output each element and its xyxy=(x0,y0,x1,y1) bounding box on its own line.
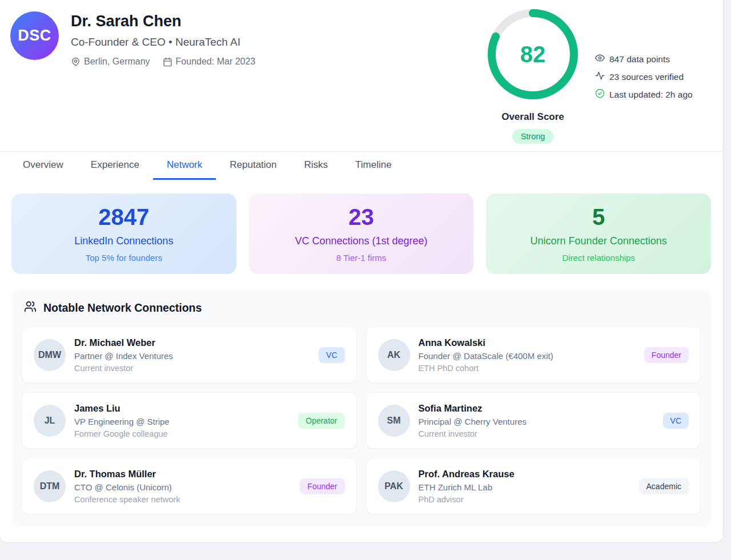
map-pin-icon xyxy=(71,57,81,67)
connection-title: VP Engineering @ Stripe xyxy=(74,417,170,426)
tab-overview[interactable]: Overview xyxy=(9,152,77,180)
connection-relationship: Current investor xyxy=(419,429,527,438)
identity-block: DSC Dr. Sarah Chen Co-Founder & CEO • Ne… xyxy=(10,11,487,67)
metric-value: 23 xyxy=(348,206,374,228)
profile-subtitle: Co-Founder & CEO • NeuraTech AI xyxy=(71,36,255,49)
connection-text: Anna Kowalski Founder @ DataScale (€400M… xyxy=(419,337,553,373)
tab-timeline[interactable]: Timeline xyxy=(342,152,405,180)
overall-score-block: 82 Overall Score Strong xyxy=(487,9,579,144)
connection-text: Prof. Andreas Krause ETH Zurich ML Lab P… xyxy=(419,469,515,504)
connection-name: Anna Kowalski xyxy=(419,337,553,348)
connection-relationship: Former Google colleague xyxy=(74,429,170,438)
connection-card[interactable]: DMW Dr. Michael Weber Partner @ Index Ve… xyxy=(22,327,357,383)
connection-card[interactable]: DTM Dr. Thomas Müller CTO @ Celonis (Uni… xyxy=(22,458,357,514)
users-icon xyxy=(24,300,37,315)
connection-name: Dr. Michael Weber xyxy=(74,337,173,348)
metric-label: Unicorn Founder Connections xyxy=(531,235,667,247)
score-gauge: 82 xyxy=(487,9,579,100)
connection-relationship: ETH PhD cohort xyxy=(419,364,553,373)
activity-icon xyxy=(595,71,605,83)
metric-label: VC Connections (1st degree) xyxy=(295,235,427,247)
section-title: Notable Network Connections xyxy=(43,301,202,315)
metric-card-unicorn: 5 Unicorn Founder Connections Direct rel… xyxy=(486,194,711,274)
network-tab-content: 2847 LinkedIn Connections Top 5% for fou… xyxy=(0,180,723,527)
metric-sublabel: 8 Tier-1 firms xyxy=(336,253,387,263)
avatar: PAK xyxy=(378,470,410,502)
stat-text: 847 data points xyxy=(609,54,670,65)
stat-text: 23 sources verified xyxy=(609,72,684,82)
connection-title: ETH Zurich ML Lab xyxy=(419,482,515,492)
connection-title: CTO @ Celonis (Unicorn) xyxy=(74,482,180,492)
stat-last-updated: Last updated: 2h ago xyxy=(595,88,709,100)
connection-type-badge: Founder xyxy=(644,347,689,363)
score-value: 82 xyxy=(487,9,579,100)
notable-connections-panel: Notable Network Connections DMW Dr. Mich… xyxy=(11,289,711,527)
connections-grid: DMW Dr. Michael Weber Partner @ Index Ve… xyxy=(22,327,701,514)
connection-relationship: Conference speaker network xyxy=(74,495,180,504)
page-title: Dr. Sarah Chen xyxy=(71,13,255,30)
avatar: AK xyxy=(378,339,410,371)
connection-type-badge: Academic xyxy=(639,478,689,494)
panel-title-row: Notable Network Connections xyxy=(22,300,701,315)
profile-header: DSC Dr. Sarah Chen Co-Founder & CEO • Ne… xyxy=(0,0,723,151)
connection-card[interactable]: AK Anna Kowalski Founder @ DataScale (€4… xyxy=(366,327,701,383)
connection-title: Founder @ DataScale (€400M exit) xyxy=(419,351,553,361)
metric-sublabel: Top 5% for founders xyxy=(86,253,162,263)
tab-network[interactable]: Network xyxy=(153,152,216,180)
connection-title: Partner @ Index Ventures xyxy=(74,351,173,361)
location-text: Berlin, Germany xyxy=(84,57,150,67)
identity-text: Dr. Sarah Chen Co-Founder & CEO • NeuraT… xyxy=(71,11,255,67)
connection-card[interactable]: PAK Prof. Andreas Krause ETH Zurich ML L… xyxy=(366,458,701,514)
connection-text: James Liu VP Engineering @ Stripe Former… xyxy=(74,403,170,438)
metric-card-linkedin: 2847 LinkedIn Connections Top 5% for fou… xyxy=(11,194,236,274)
connection-type-badge: Operator xyxy=(298,413,344,429)
connection-text: Dr. Michael Weber Partner @ Index Ventur… xyxy=(74,337,173,373)
connection-type-badge: Founder xyxy=(300,478,344,494)
metric-value: 2847 xyxy=(98,206,149,228)
avatar: JL xyxy=(34,405,66,437)
check-circle-icon xyxy=(595,88,605,100)
calendar-icon xyxy=(163,57,172,67)
eye-icon xyxy=(595,53,605,65)
score-label: Overall Score xyxy=(501,111,564,123)
connection-text: Sofia Martinez Principal @ Cherry Ventur… xyxy=(419,403,527,438)
stat-text: Last updated: 2h ago xyxy=(609,90,693,100)
score-status-badge: Strong xyxy=(512,129,554,144)
tab-experience[interactable]: Experience xyxy=(77,152,153,180)
connection-type-badge: VC xyxy=(319,347,344,363)
connection-card[interactable]: JL James Liu VP Engineering @ Stripe For… xyxy=(22,392,357,449)
avatar: DSC xyxy=(10,11,59,60)
tab-risks[interactable]: Risks xyxy=(291,152,342,180)
connection-name: Prof. Andreas Krause xyxy=(419,469,515,480)
connection-relationship: PhD advisor xyxy=(419,495,515,504)
tab-reputation[interactable]: Reputation xyxy=(216,152,290,180)
stat-sources-verified: 23 sources verified xyxy=(595,71,709,83)
avatar: DMW xyxy=(34,339,66,371)
connection-text: Dr. Thomas Müller CTO @ Celonis (Unicorn… xyxy=(74,469,180,504)
connection-relationship: Current investor xyxy=(74,364,173,373)
location-item: Berlin, Germany xyxy=(71,57,150,67)
avatar: DTM xyxy=(34,470,66,502)
connection-title: Principal @ Cherry Ventures xyxy=(419,417,527,426)
founded-text: Founded: Mar 2023 xyxy=(176,57,256,67)
metric-value: 5 xyxy=(592,206,605,228)
profile-card: DSC Dr. Sarah Chen Co-Founder & CEO • Ne… xyxy=(0,0,724,543)
tab-bar: Overview Experience Network Reputation R… xyxy=(0,151,723,180)
metric-card-vc: 23 VC Connections (1st degree) 8 Tier-1 … xyxy=(249,194,474,274)
avatar: SM xyxy=(378,405,410,437)
stat-data-points: 847 data points xyxy=(595,53,709,65)
profile-meta: Berlin, Germany Founded: Mar 2023 xyxy=(71,57,255,67)
connection-card[interactable]: SM Sofia Martinez Principal @ Cherry Ven… xyxy=(366,392,701,449)
metric-label: LinkedIn Connections xyxy=(74,235,173,247)
metric-sublabel: Direct relationships xyxy=(562,253,635,263)
metric-cards: 2847 LinkedIn Connections Top 5% for fou… xyxy=(11,194,711,274)
connection-type-badge: VC xyxy=(663,413,689,429)
data-stats-block: 847 data points 23 sources verified Last… xyxy=(595,11,709,106)
connection-name: Sofia Martinez xyxy=(419,403,527,414)
connection-name: Dr. Thomas Müller xyxy=(74,469,180,480)
connection-name: James Liu xyxy=(74,403,170,414)
founded-item: Founded: Mar 2023 xyxy=(163,57,256,67)
